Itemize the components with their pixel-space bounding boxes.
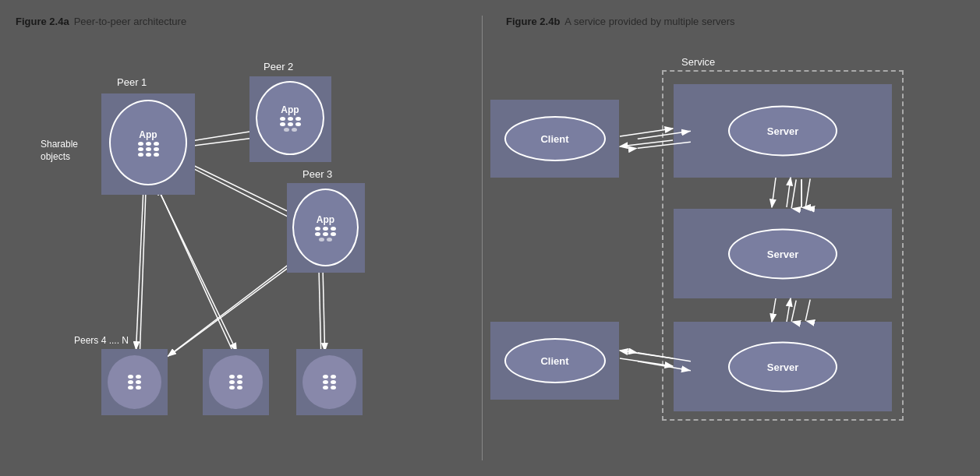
server2-label: Server	[767, 248, 798, 259]
peer3-label: Peer 3	[302, 168, 332, 180]
right-figure-header: Figure 2.4b A service provided by multip…	[506, 16, 964, 27]
peer1-box: App	[101, 93, 195, 195]
right-figure-label-text: A service provided by multiple servers	[564, 16, 734, 27]
peer2-box: App	[249, 76, 331, 162]
svg-line-10	[167, 253, 302, 357]
peer3-box: App	[287, 183, 365, 273]
peer1-label: Peer 1	[117, 76, 147, 88]
peer2-dots	[280, 117, 301, 132]
peer6-box	[296, 349, 363, 415]
server3-oval: Server	[728, 341, 837, 392]
svg-line-7	[140, 182, 146, 351]
peer1-app-label: App	[139, 129, 157, 140]
right-panel: Figure 2.4b A service provided by multip…	[483, 16, 964, 460]
left-figure-label-bold: Figure 2.4a	[16, 16, 69, 27]
peer1-dots	[138, 142, 159, 157]
client2-label: Client	[540, 355, 568, 367]
client1-box: Client	[490, 100, 619, 178]
svg-line-13	[319, 259, 321, 352]
main-container: Figure 2.4a Peer-to-peer architecture	[0, 0, 980, 476]
peer4-box	[101, 349, 168, 415]
peer2-app-label: App	[281, 104, 299, 115]
peer2-app-oval: App	[256, 81, 324, 155]
server2-oval: Server	[728, 228, 837, 279]
left-figure-header: Figure 2.4a Peer-to-peer architecture	[16, 16, 474, 27]
right-figure-label-bold: Figure 2.4b	[506, 16, 560, 27]
server3-box: Server	[674, 322, 892, 411]
server3-label: Server	[767, 361, 798, 372]
peer3-app-label: App	[317, 214, 334, 225]
peer1-app-oval: App	[109, 100, 187, 185]
left-figure-label-text: Peer-to-peer architecture	[74, 16, 187, 27]
svg-line-9	[157, 186, 233, 352]
sharable-label: Sharable objects	[41, 139, 78, 163]
peers4n-label: Peers 4 .... N	[74, 335, 129, 346]
service-title: Service	[681, 56, 715, 68]
server1-oval: Server	[728, 106, 837, 157]
peer3-app-oval: App	[292, 189, 359, 266]
client2-oval: Client	[504, 338, 606, 383]
client2-box: Client	[490, 322, 619, 400]
svg-line-8	[155, 184, 237, 352]
peer3-dots	[315, 227, 336, 242]
client1-oval: Client	[504, 116, 606, 161]
server1-box: Server	[674, 84, 892, 178]
server1-label: Server	[767, 125, 798, 137]
left-panel: Figure 2.4a Peer-to-peer architecture	[16, 16, 483, 460]
svg-line-6	[136, 180, 143, 351]
peer2-label: Peer 2	[264, 61, 293, 72]
client1-label: Client	[540, 133, 568, 145]
svg-line-11	[171, 255, 305, 354]
sharable-text: Sharable objects	[41, 139, 78, 162]
peer5-box	[203, 349, 269, 415]
server2-box: Server	[674, 209, 892, 298]
